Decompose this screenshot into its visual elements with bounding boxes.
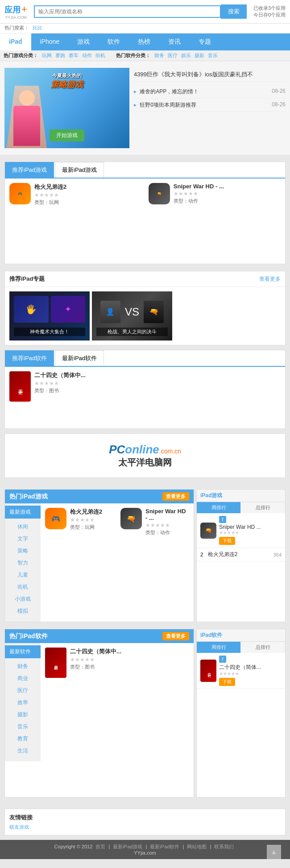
news-link-2[interactable]: 狂野0项街本周新游推荐	[140, 102, 196, 108]
start-game-btn[interactable]: 开始游戏	[50, 129, 84, 141]
hot-software-more-btn[interactable]: 查看更多	[162, 632, 189, 640]
cat-medical[interactable]: 医疗	[168, 52, 178, 59]
cat-action[interactable]: 动作	[82, 52, 92, 59]
footer-link-contact[interactable]: 联系我们	[214, 844, 234, 849]
cat-puzzle[interactable]: 智力	[5, 557, 41, 569]
soft-cat-photo[interactable]: 摄影	[5, 709, 41, 721]
footer-link-games[interactable]: 最新iPad游戏	[113, 844, 142, 849]
scroll-top-button[interactable]: ▲	[267, 845, 281, 859]
user-info: 已收录3个应用 今日存0个应用	[253, 5, 286, 18]
cat-mini[interactable]: 小游戏	[5, 593, 41, 605]
tab-latest-games[interactable]: 最新iPad游戏	[55, 162, 104, 178]
soft-cat-life[interactable]: 生活	[5, 745, 41, 757]
app-icon-1[interactable]: 🎮	[9, 183, 31, 204]
cat-word[interactable]: 文字	[5, 533, 41, 545]
software-category-label: 热门软件分类：	[116, 52, 150, 59]
cat-car[interactable]: 赛车	[69, 52, 79, 59]
soft-cat-medical[interactable]: 医疗	[5, 685, 41, 697]
apps-section-header: 推荐iPad游戏 最新iPad游戏	[5, 162, 285, 179]
banner-image[interactable]: 今夏最火热的 策略游戏 开始游戏	[4, 68, 129, 148]
hot-games-more-btn[interactable]: 查看更多	[162, 492, 189, 501]
pconline-tagline: 太平洋电脑网	[14, 457, 276, 469]
cat-music[interactable]: 音乐	[208, 52, 218, 59]
recommend-image-2[interactable]: 👤 VS 🔫 枪战、男人之间的决斗	[92, 291, 172, 341]
tab-news[interactable]: 资讯	[159, 33, 190, 50]
pconline-online: online	[125, 443, 159, 456]
tab-recommended-software[interactable]: 推荐iPad软件	[5, 350, 54, 366]
soft-cat-efficiency[interactable]: 效率	[5, 697, 41, 709]
games-category-section: 热门游戏分类： 玩网 赛跑 赛车 动作 街机	[4, 52, 107, 59]
cat-arcade[interactable]: 街机	[95, 52, 105, 59]
hot-app-icon-2[interactable]: 🔫	[120, 508, 142, 529]
hot-app-stars-1: ★★★★★	[70, 517, 114, 523]
spacer-3	[0, 797, 290, 804]
hot-software-icon-1[interactable]: 二十四史	[45, 648, 66, 678]
cat-strategy[interactable]: 策略	[5, 545, 41, 557]
software-rank-download-btn-1[interactable]: 下载	[219, 678, 235, 686]
soft-cat-business[interactable]: 商业	[5, 673, 41, 685]
software-app-name: 二十四史（简体中...	[34, 371, 281, 379]
rank-app-icon-1[interactable]: 🔫	[200, 523, 216, 539]
news-dot-1: ▸	[134, 88, 137, 95]
cat-entertainment[interactable]: 娱乐	[181, 52, 191, 59]
nav-tabs: iPad iPhone 游戏 软件 热榜 资讯 专题	[0, 33, 290, 50]
cat-arcade2[interactable]: 街机	[5, 581, 41, 593]
soft-cat-finance[interactable]: 财务	[5, 660, 41, 673]
cat-kids[interactable]: 儿童	[5, 569, 41, 581]
hot-games-subtab-latest[interactable]: 最新游戏	[5, 506, 41, 519]
banner-news-title-link[interactable]: 4399巨作《我大哥叫刘备》ios版国庆豪礼挡不	[134, 71, 253, 78]
rank-download-btn-1[interactable]: 下载	[219, 537, 235, 545]
hot-search-link[interactable]: 比比	[33, 25, 42, 30]
user-line2: 今日存0个应用	[253, 12, 286, 18]
hot-software-subtab-latest[interactable]: 最新软件	[5, 645, 41, 658]
friend-link-1[interactable]: 棋友游戏	[9, 824, 29, 831]
search-input[interactable]	[34, 5, 221, 18]
footer-link-home[interactable]: 首页	[95, 844, 105, 849]
hot-app-icon-1[interactable]: 🎮	[45, 508, 66, 529]
app-icon-2[interactable]: 🔫	[149, 183, 170, 204]
cat-photo[interactable]: 摄影	[195, 52, 204, 59]
soft-cat-music[interactable]: 音乐	[5, 721, 41, 733]
software-section: 推荐iPad软件 最新iPad软件 二十四史 二十四史（简体中... ★★★★★…	[4, 350, 286, 429]
software-ranking-header: iPad软件	[197, 629, 285, 642]
software-app-icon[interactable]: 二十四史	[9, 371, 31, 402]
hot-software-left: 最新软件 财务 商业 医疗 效率 摄影 音乐 教育 生活	[5, 643, 41, 761]
software-rank-icon-1[interactable]: 二四史	[200, 660, 216, 682]
pconline-logo: PConline.com.cn	[14, 443, 276, 457]
news-link-1[interactable]: 难舍的APP，难忘的情！	[140, 88, 199, 95]
rank-num-label-2: 2	[200, 552, 203, 558]
hot-games-section: 热门iPad游戏 查看更多 最新游戏 休闲 文字 策略 智力 儿童 街机 小游戏…	[4, 489, 194, 622]
hot-software-name-1: 二十四史（简体中...	[70, 648, 189, 656]
hot-app-1: 🎮 枪火兄弟连2 ★★★★★ 类型：玩网	[45, 508, 114, 536]
search-button[interactable]: 搜索	[221, 4, 247, 19]
rank-item-1: 🔫 f Sniper War HD ... ★★★★★ 下载	[197, 513, 285, 548]
hot-games-main: 🎮 枪火兄弟连2 ★★★★★ 类型：玩网 🔫	[41, 503, 194, 622]
tab-recommended-games[interactable]: 推荐iPad游戏	[5, 162, 54, 178]
cat-finance[interactable]: 财务	[154, 52, 164, 59]
rank-tab-weekly[interactable]: 周排行	[197, 502, 241, 513]
software-app-info: 二十四史（简体中... ★★★★★ 类型：图书	[34, 371, 281, 394]
tab-games[interactable]: 游戏	[68, 33, 99, 50]
tab-special[interactable]: 专题	[190, 33, 220, 50]
rank-tab-total[interactable]: 总排行	[241, 502, 285, 513]
footer-link-software[interactable]: 最新iPad软件	[150, 844, 179, 849]
apps-grid: 🎮 枪火兄弟连2 ★★★★★ 类型：玩网 🔫 Sniper War HD - .…	[5, 179, 285, 210]
tab-software[interactable]: 软件	[99, 33, 129, 50]
tab-latest-software[interactable]: 最新iPad软件	[55, 350, 104, 366]
friend-links: 友情链接 棋友游戏	[4, 809, 286, 835]
footer-link-sitemap[interactable]: 网站地图	[187, 844, 207, 849]
soft-cat-education[interactable]: 教育	[5, 733, 41, 745]
cat-race[interactable]: 赛跑	[55, 52, 65, 59]
recommend-see-more[interactable]: 查看更多	[259, 275, 281, 283]
tab-ipad[interactable]: iPad	[0, 33, 31, 50]
software-rank-tabs: 周排行 总排行	[197, 642, 285, 653]
tab-ranking[interactable]: 热榜	[129, 33, 159, 50]
cat-wanwang[interactable]: 玩网	[42, 52, 52, 59]
software-rank-tab-total[interactable]: 总排行	[241, 642, 285, 653]
cat-sim[interactable]: 模拟	[5, 605, 41, 617]
tab-iphone[interactable]: iPhone	[31, 33, 69, 50]
cat-leisure[interactable]: 休闲	[5, 521, 41, 533]
recommend-image-1[interactable]: 🖐 ✦ 神奇魔术大集合！	[9, 291, 90, 341]
header: 应用+ YYJIA.COM 搜索 已收录3个应用 今日存0个应用	[0, 0, 290, 24]
software-rank-tab-weekly[interactable]: 周排行	[197, 642, 241, 653]
